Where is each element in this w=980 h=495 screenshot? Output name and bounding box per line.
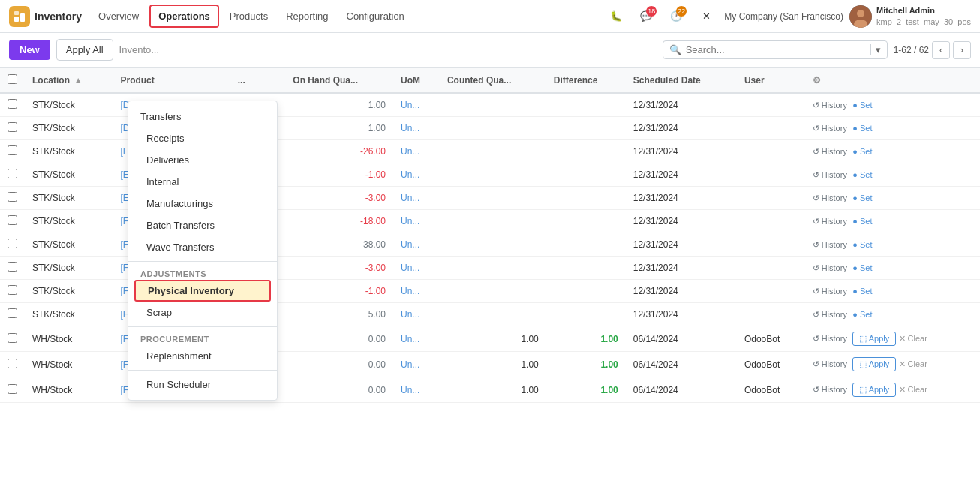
history-link[interactable]: ↺ History: [813, 170, 847, 180]
history-link[interactable]: ↺ History: [813, 124, 847, 134]
dd-replenishment[interactable]: Replenishment: [128, 345, 277, 367]
user-menu[interactable]: Mitchell Admin kmp_2_test_may_30_pos: [849, 5, 971, 28]
search-input[interactable]: [686, 44, 866, 56]
row-scheduled-date: 12/31/2024: [626, 303, 737, 326]
row-uom[interactable]: Un...: [393, 117, 440, 140]
history-link[interactable]: ↺ History: [813, 359, 847, 369]
row-uom[interactable]: Un...: [393, 140, 440, 164]
history-link[interactable]: ↺ History: [813, 286, 847, 296]
row-uom[interactable]: Un...: [393, 256, 440, 280]
apply-button[interactable]: ⬚ Apply: [852, 332, 896, 346]
header-location[interactable]: Location ▲: [25, 68, 113, 94]
row-checkbox[interactable]: [8, 308, 17, 318]
row-user: OdooBot: [737, 352, 805, 377]
set-link[interactable]: ● Set: [852, 217, 872, 226]
dd-internal[interactable]: Internal: [128, 171, 277, 193]
chat-icon-btn[interactable]: 💬 18: [634, 4, 658, 28]
prev-page-btn[interactable]: ‹: [932, 41, 950, 59]
header-scheduled-date[interactable]: Scheduled Date: [626, 68, 737, 94]
dd-manufacturings[interactable]: Manufacturings: [128, 193, 277, 214]
row-checkbox[interactable]: [8, 262, 17, 272]
user-avatar: [849, 5, 872, 28]
clear-button[interactable]: ✕ Clear: [899, 334, 927, 344]
filter-icon[interactable]: ⚙: [813, 75, 821, 86]
search-dropdown-btn[interactable]: ▾: [870, 44, 881, 56]
row-uom[interactable]: Un...: [393, 233, 440, 256]
history-link[interactable]: ↺ History: [813, 240, 847, 250]
apply-all-button[interactable]: Apply All: [56, 39, 113, 61]
clock-icon-btn[interactable]: 🕐 22: [664, 4, 688, 28]
row-checkbox[interactable]: [8, 215, 17, 225]
set-link[interactable]: ● Set: [852, 194, 872, 202]
row-uom[interactable]: Un...: [393, 210, 440, 233]
apply-button[interactable]: ⬚ Apply: [852, 382, 896, 397]
set-link[interactable]: ● Set: [852, 263, 872, 272]
set-link[interactable]: ● Set: [852, 147, 872, 156]
row-checkbox[interactable]: [8, 285, 17, 295]
dd-physical-inventory[interactable]: Physical Inventory: [134, 280, 271, 302]
nav-overview[interactable]: Overview: [91, 6, 146, 26]
row-counted: [440, 164, 546, 187]
dd-transfers[interactable]: Transfers: [128, 106, 277, 128]
row-uom[interactable]: Un...: [393, 352, 440, 377]
row-checkbox[interactable]: [8, 358, 17, 368]
close-icon-btn[interactable]: ✕: [694, 4, 718, 28]
history-link[interactable]: ↺ History: [813, 263, 847, 273]
header-on-hand[interactable]: On Hand Qua...: [285, 68, 393, 94]
nav-configuration[interactable]: Configuration: [339, 6, 412, 26]
logo-icon: [9, 6, 30, 27]
set-link[interactable]: ● Set: [852, 124, 872, 133]
row-checkbox[interactable]: [8, 122, 17, 132]
select-all-checkbox[interactable]: [8, 74, 17, 84]
row-counted: [440, 93, 546, 117]
history-link[interactable]: ↺ History: [813, 334, 847, 344]
row-uom[interactable]: Un...: [393, 93, 440, 117]
dd-wave-transfers[interactable]: Wave Transfers: [128, 236, 277, 258]
row-uom[interactable]: Un...: [393, 280, 440, 303]
history-link[interactable]: ↺ History: [813, 147, 847, 157]
row-checkbox[interactable]: [8, 169, 17, 178]
history-link[interactable]: ↺ History: [813, 100, 847, 110]
dd-run-scheduler[interactable]: Run Scheduler: [128, 374, 277, 395]
row-checkbox[interactable]: [8, 192, 17, 202]
row-checkbox[interactable]: [8, 333, 17, 343]
nav-reporting[interactable]: Reporting: [278, 6, 335, 26]
next-page-btn[interactable]: ›: [953, 41, 971, 59]
row-uom[interactable]: Un...: [393, 187, 440, 210]
header-counted[interactable]: Counted Qua...: [440, 68, 546, 94]
row-uom[interactable]: Un...: [393, 326, 440, 352]
bug-icon-btn[interactable]: 🐛: [604, 4, 628, 28]
row-checkbox[interactable]: [8, 146, 17, 155]
dd-scrap[interactable]: Scrap: [128, 302, 277, 323]
set-link[interactable]: ● Set: [852, 170, 872, 179]
clear-button[interactable]: ✕ Clear: [899, 359, 927, 369]
dd-batch-transfers[interactable]: Batch Transfers: [128, 214, 277, 236]
header-user[interactable]: User: [737, 68, 805, 94]
row-checkbox[interactable]: [8, 238, 17, 248]
row-scheduled-date: 12/31/2024: [626, 164, 737, 187]
nav-products[interactable]: Products: [222, 6, 275, 26]
history-link[interactable]: ↺ History: [813, 385, 847, 394]
nav-operations[interactable]: Operations: [149, 4, 219, 28]
set-link[interactable]: ● Set: [852, 100, 872, 110]
header-product[interactable]: Product: [113, 68, 230, 94]
clear-button[interactable]: ✕ Clear: [899, 385, 927, 394]
row-uom[interactable]: Un...: [393, 303, 440, 326]
row-checkbox[interactable]: [8, 384, 17, 394]
header-difference[interactable]: Difference: [546, 68, 626, 94]
apply-button[interactable]: ⬚ Apply: [852, 357, 896, 371]
history-link[interactable]: ↺ History: [813, 310, 847, 320]
history-link[interactable]: ↺ History: [813, 217, 847, 226]
app-logo[interactable]: Inventory: [9, 6, 82, 27]
set-link[interactable]: ● Set: [852, 310, 872, 319]
dd-deliveries[interactable]: Deliveries: [128, 149, 277, 171]
row-uom[interactable]: Un...: [393, 164, 440, 187]
row-uom[interactable]: Un...: [393, 377, 440, 403]
dd-receipts[interactable]: Receipts: [128, 128, 277, 149]
row-checkbox[interactable]: [8, 99, 17, 109]
set-link[interactable]: ● Set: [852, 286, 872, 296]
set-link[interactable]: ● Set: [852, 240, 872, 249]
history-link[interactable]: ↺ History: [813, 194, 847, 203]
new-button[interactable]: New: [9, 40, 50, 60]
header-uom[interactable]: UoM: [393, 68, 440, 94]
